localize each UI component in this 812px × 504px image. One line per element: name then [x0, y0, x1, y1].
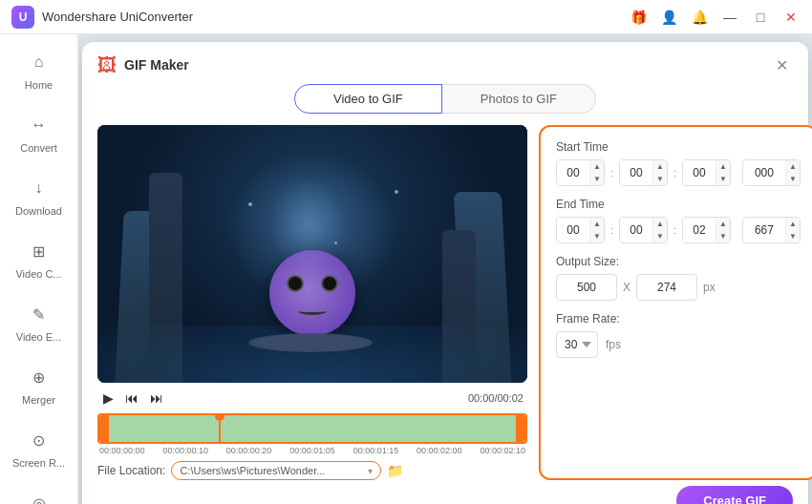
play-button[interactable]: ▶ — [101, 388, 116, 408]
video-edit-icon: ✎ — [26, 301, 53, 327]
end-hours-down[interactable]: ▼ — [590, 230, 604, 242]
particle3 — [395, 190, 398, 194]
start-seconds-input[interactable] — [683, 160, 716, 185]
end-seconds-up[interactable]: ▲ — [716, 218, 730, 230]
screen-recorder-icon: ⊙ — [26, 427, 53, 453]
start-ms-input[interactable] — [743, 160, 785, 185]
create-gif-button[interactable]: Create GIF — [676, 486, 793, 504]
sidebar-label-merger: Merger — [22, 394, 55, 406]
start-ms-up[interactable]: ▲ — [786, 160, 800, 173]
main-area: ⌂ Home ↔ Convert ↓ Download ⊞ Video C...… — [0, 34, 812, 504]
timeline-timestamps: 00:00:00:00 00:00:00:10 00:00:00:20 00:0… — [97, 446, 527, 455]
ts-3: 00:00:01:05 — [289, 446, 335, 455]
timeline-track[interactable] — [97, 413, 527, 444]
height-input[interactable] — [636, 274, 697, 301]
start-minutes-down[interactable]: ▼ — [653, 173, 667, 185]
start-seconds-down[interactable]: ▼ — [716, 173, 730, 185]
particle2 — [334, 242, 337, 244]
content-area: 🖼 GIF Maker ✕ Video to GIF Photos to GIF — [78, 34, 812, 504]
start-time-hours: ▲ ▼ — [556, 159, 605, 186]
sidebar-label-screen-recorder: Screen R... — [12, 457, 65, 469]
gift-icon[interactable]: 🎁 — [629, 8, 648, 27]
ts-5: 00:00:02:00 — [417, 446, 462, 455]
start-minutes-up[interactable]: ▲ — [653, 160, 667, 173]
sidebar-label-convert: Convert — [20, 142, 57, 154]
tab-video-to-gif[interactable]: Video to GIF — [294, 84, 442, 114]
sidebar-item-video-edit[interactable]: ✎ Video E... — [6, 291, 72, 352]
convert-icon: ↔ — [26, 112, 53, 138]
gif-maker-icon: 🖼 — [97, 54, 117, 76]
start-minutes-input[interactable] — [620, 160, 652, 185]
creature-mouth — [298, 307, 327, 315]
file-location-row: File Location: C:\Users\ws\Pictures\Wond… — [97, 461, 527, 480]
sidebar-item-merger[interactable]: ⊕ Merger — [6, 354, 72, 415]
tab-photos-to-gif[interactable]: Photos to GIF — [442, 84, 596, 114]
end-minutes-input[interactable] — [620, 218, 652, 242]
timeline-needle[interactable] — [219, 413, 221, 444]
sidebar: ⌂ Home ↔ Convert ↓ Download ⊞ Video C...… — [0, 34, 78, 504]
timeline-left-marker[interactable] — [99, 415, 109, 442]
fps-unit-label: fps — [606, 338, 621, 351]
start-seconds-up[interactable]: ▲ — [716, 160, 730, 173]
maximize-button[interactable]: □ — [751, 8, 770, 27]
frame-rate-label: Frame Rate: — [556, 312, 801, 326]
output-size-label: Output Size: — [556, 255, 801, 268]
end-minutes-up[interactable]: ▲ — [653, 218, 667, 230]
start-hours-up[interactable]: ▲ — [590, 160, 604, 173]
sidebar-item-download[interactable]: ↓ Download — [6, 165, 72, 226]
gif-maker-body: ▶ ⏮ ⏭ 00:00/00:02 — [82, 125, 808, 480]
start-hours-down[interactable]: ▼ — [590, 173, 604, 185]
minimize-button[interactable]: — — [720, 8, 739, 27]
end-minutes-down[interactable]: ▼ — [653, 230, 667, 242]
timeline-fill — [99, 415, 525, 442]
end-ms-input[interactable] — [743, 218, 785, 242]
create-gif-row: Create GIF — [82, 486, 808, 504]
end-time-minutes: ▲ ▼ — [619, 217, 668, 243]
fps-select[interactable]: 10 15 20 24 25 30 60 — [556, 331, 598, 358]
end-time-hours: ▲ ▼ — [556, 217, 605, 243]
file-path-chevron-icon[interactable]: ▾ — [368, 466, 373, 476]
bell-icon[interactable]: 🔔 — [690, 8, 709, 27]
sidebar-item-video-compress[interactable]: ⊞ Video C... — [6, 228, 72, 289]
end-time-label: End Time — [556, 198, 801, 211]
size-px-label: px — [703, 281, 716, 294]
end-time-seconds: ▲ ▼ — [682, 217, 731, 243]
player-controls: ▶ ⏮ ⏭ 00:00/00:02 — [97, 383, 527, 410]
start-time-seconds: ▲ ▼ — [682, 159, 731, 186]
start-time-fields: ▲ ▼ : ▲ ▼ — [556, 159, 801, 186]
sidebar-item-home[interactable]: ⌂ Home — [6, 39, 72, 100]
start-ms-down[interactable]: ▼ — [786, 173, 800, 185]
start-hours-input[interactable] — [557, 160, 589, 185]
end-seconds-input[interactable] — [683, 218, 716, 242]
close-button[interactable]: ✕ — [781, 8, 801, 27]
end-ms-down[interactable]: ▼ — [786, 230, 800, 242]
timeline-right-marker[interactable] — [516, 415, 525, 442]
file-folder-button[interactable]: 📁 — [387, 463, 403, 478]
timeline-area[interactable]: 00:00:00:00 00:00:00:10 00:00:00:20 00:0… — [97, 413, 527, 455]
start-time-label: Start Time — [556, 140, 801, 154]
sidebar-item-dvd[interactable]: ◎ DVD Bu... — [6, 480, 72, 504]
video-preview — [97, 125, 527, 383]
end-seconds-down[interactable]: ▼ — [716, 230, 730, 242]
end-hours-up[interactable]: ▲ — [590, 218, 604, 230]
time-display: 00:00/00:02 — [468, 392, 524, 404]
start-time-ms: ▲ ▼ — [742, 159, 801, 186]
end-ms-up[interactable]: ▲ — [786, 218, 800, 230]
video-scene — [97, 125, 527, 383]
next-button[interactable]: ⏭ — [148, 388, 165, 408]
gif-maker-tabs: Video to GIF Photos to GIF — [97, 84, 793, 114]
gif-maker-overlay: 🖼 GIF Maker ✕ Video to GIF Photos to GIF — [78, 34, 812, 504]
video-area: ▶ ⏮ ⏭ 00:00/00:02 — [97, 125, 527, 480]
sidebar-item-screen-recorder[interactable]: ⊙ Screen R... — [6, 417, 72, 478]
app-logo: U — [11, 6, 34, 29]
size-row: X px — [556, 274, 801, 301]
file-path-box[interactable]: C:\Users\ws\Pictures\Wonder... ▾ — [171, 461, 381, 480]
end-hours-input[interactable] — [557, 218, 589, 242]
user-icon[interactable]: 👤 — [659, 8, 678, 27]
end-time-fields: ▲ ▼ : ▲ ▼ — [556, 217, 801, 243]
prev-button[interactable]: ⏮ — [123, 388, 140, 408]
width-input[interactable] — [556, 274, 617, 301]
sidebar-item-convert[interactable]: ↔ Convert — [6, 102, 72, 163]
ts-6: 00:00:02:10 — [480, 446, 525, 455]
gif-maker-close-button[interactable]: ✕ — [770, 53, 793, 76]
